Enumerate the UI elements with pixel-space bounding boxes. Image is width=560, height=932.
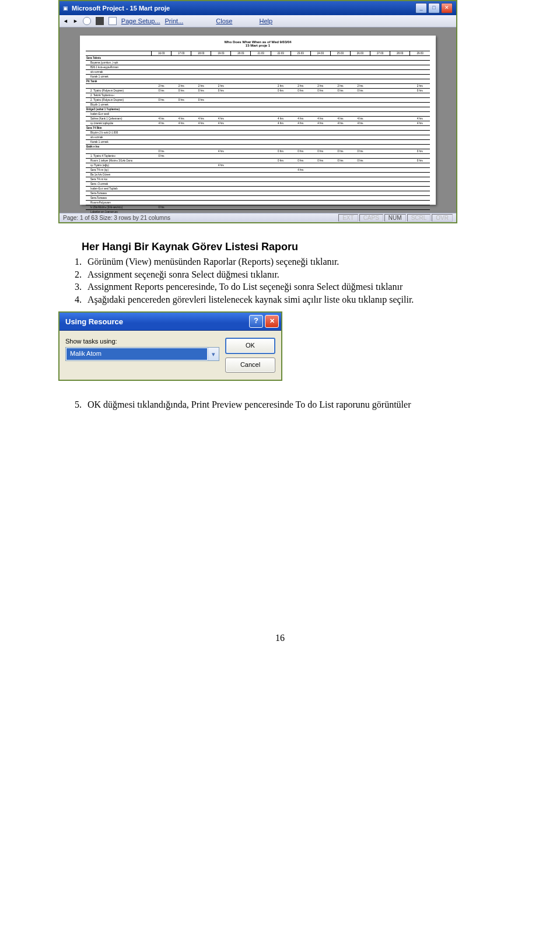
page-setup-button[interactable]: Page Setup...: [121, 17, 160, 24]
ok-button[interactable]: OK: [225, 338, 275, 354]
nav-right-icon[interactable]: ►: [73, 18, 78, 24]
steps-list: 1.Görünüm (View) menüsünden Raporlar (Re…: [58, 255, 502, 306]
status-bar: Page: 1 of 63 Size: 3 rows by 21 columns…: [60, 213, 456, 222]
help-button[interactable]: Help: [259, 17, 272, 24]
resource-select[interactable]: Malik Atom ▾: [65, 347, 219, 361]
print-button[interactable]: Print...: [165, 17, 184, 24]
dropdown-arrow-icon[interactable]: ▾: [208, 348, 219, 360]
cancel-button[interactable]: Cancel: [225, 358, 275, 373]
section-heading: Her Hangi Bir Kaynak Görev Listesi Rapor…: [82, 241, 502, 253]
step-text: Assignment Reports penceresinde, To do L…: [88, 281, 502, 293]
close-preview-button[interactable]: Close: [216, 17, 232, 24]
step-text: Görünüm (View) menüsünden Raporlar (Repo…: [88, 255, 502, 268]
status-cell: OVR: [432, 214, 453, 222]
zoom-icon[interactable]: [83, 17, 91, 25]
report-page: Who Does What When as of Wed 9/03/04 15 …: [80, 36, 436, 205]
minimize-button[interactable]: _: [415, 3, 427, 13]
status-cell: CAPS: [359, 214, 383, 222]
window-title: Microsoft Project - 15 Mart proje: [72, 5, 412, 12]
dialog-help-button[interactable]: ?: [249, 315, 263, 328]
app-icon: ▣: [63, 5, 68, 11]
step-text: Aşağıdaki pencereden görevleri listelene…: [88, 293, 502, 306]
status-cell: EXT: [338, 214, 358, 222]
titlebar: ▣ Microsoft Project - 15 Mart proje _ □ …: [60, 1, 456, 15]
maximize-button[interactable]: □: [428, 3, 440, 13]
report-title-2: 15 Mart proje 1: [86, 44, 430, 47]
one-page-icon[interactable]: [96, 17, 104, 25]
toolbar: ◄ ► Page Setup... Print... Close Help: [60, 15, 456, 27]
step-5: 5. OK düğmesi tıklandığında, Print Previ…: [58, 398, 502, 411]
status-cell: SCRL: [407, 214, 431, 222]
status-cell: NUM: [384, 214, 406, 222]
show-tasks-label: Show tasks using:: [65, 338, 219, 345]
resource-selected-value: Malik Atom: [66, 348, 207, 360]
dialog-title: Using Resource: [65, 317, 247, 326]
report-table: 16.0317.0318.0319.0320.0321.0322.0323.03…: [86, 51, 430, 213]
status-page-info: Page: 1 of 63 Size: 3 rows by 21 columns: [63, 215, 337, 221]
page-number: 16: [58, 633, 502, 643]
using-resource-dialog: Using Resource ? ✕ Show tasks using: Mal…: [58, 311, 282, 381]
close-button[interactable]: ✕: [441, 3, 453, 13]
step-text: Assignment seçeneği sonra Select düğmesi…: [88, 268, 502, 281]
preview-area: Who Does What When as of Wed 9/03/04 15 …: [60, 27, 456, 213]
multi-page-icon[interactable]: [108, 17, 117, 25]
nav-left-icon[interactable]: ◄: [63, 18, 68, 24]
print-preview-window: ▣ Microsoft Project - 15 Mart proje _ □ …: [58, 0, 457, 223]
dialog-close-button[interactable]: ✕: [265, 315, 279, 328]
dialog-titlebar: Using Resource ? ✕: [60, 313, 281, 331]
